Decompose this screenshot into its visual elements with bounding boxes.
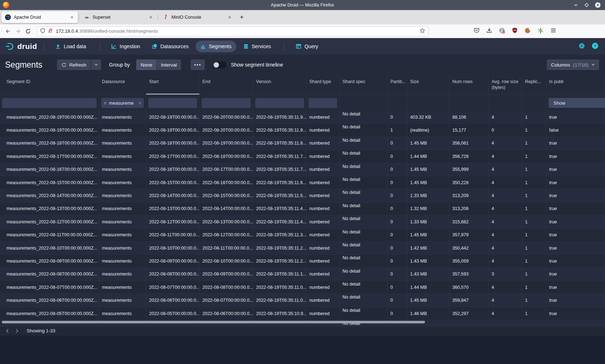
filter-input-end[interactable] [202,98,251,108]
cell-datasource[interactable]: measurements [99,294,146,306]
cell-size[interactable]: 1.45 MB [407,229,449,241]
cell-segment_id[interactable]: measurements_2022-08-13T00:00:00.000Z... [0,203,99,215]
cell-start[interactable]: 2022-08-10T00:00:00.0... [146,242,200,254]
cell-shard_type[interactable]: numbered [306,137,340,150]
cell-segment_id[interactable]: measurements_2022-08-15T00:00:00.000Z... [0,176,99,189]
cell-avg_row_size[interactable]: 4 [489,137,522,150]
column-header-version[interactable]: Version [253,75,306,95]
group-by-none-button[interactable]: None [136,59,156,70]
cell-size[interactable]: 1.45 MB [407,163,449,176]
cell-shard_type[interactable]: numbered [306,176,340,189]
cell-shard_type[interactable]: numbered [306,229,340,241]
cell-datasource[interactable]: measurements [99,255,146,267]
cell-is_published[interactable]: true [546,281,605,294]
cell-datasource[interactable]: measurements [99,137,146,150]
column-header-datasource[interactable]: Datasource [99,75,146,95]
filter-input-version[interactable] [255,98,304,108]
cell-shard_spec[interactable]: No detail [340,124,387,136]
cell-start[interactable]: 2022-08-05T00:00:00.0... [146,307,200,320]
filter-input-start[interactable] [148,98,197,108]
cell-start[interactable]: 2022-08-08T00:00:00.0... [146,268,200,281]
cell-partition[interactable]: 0 [387,242,407,254]
cell-shard_spec[interactable]: No detail [340,150,387,163]
cell-shard_spec[interactable]: No detail [340,215,387,228]
cell-end[interactable]: 2022-08-14T00:00:00.0... [200,203,253,215]
cell-version[interactable]: 2022-08-19T05:35:11.7... [253,163,306,176]
column-header-partition[interactable]: Partiti... [387,75,407,95]
cell-avg_row_size[interactable]: 4 [489,294,522,306]
forward-icon[interactable] [13,28,23,34]
cell-shard_type[interactable]: numbered [306,150,340,163]
column-header-replicas[interactable]: Replic... [522,75,546,95]
cell-start[interactable]: 2022-08-14T00:00:00.0... [146,189,200,202]
cell-is_published[interactable]: true [546,229,605,241]
cell-partition[interactable]: 1 [387,124,407,136]
refresh-button[interactable]: Refresh [57,59,91,70]
cell-replicas[interactable]: 1 [522,215,546,228]
previous-page-icon[interactable] [3,328,12,333]
cell-num_rows[interactable]: 315,682 [449,215,489,228]
colorful-asterisk-extension-icon[interactable] [537,27,544,35]
cell-shard_type[interactable]: numbered [306,268,340,281]
window-close-icon[interactable] [595,2,601,8]
cell-size[interactable]: 1.43 MB [407,255,449,267]
menu-hamburger-icon[interactable] [550,27,556,35]
show-filter-button[interactable]: Show [548,98,605,108]
cell-replicas[interactable]: 1 [522,111,546,123]
cell-shard_type[interactable]: numbered [306,215,340,228]
cell-avg_row_size[interactable]: 4 [489,242,522,254]
cell-shard_spec[interactable]: No detail [340,281,387,294]
back-icon[interactable] [3,28,13,34]
cell-shard_type[interactable]: numbered [306,124,340,136]
ublock-origin-icon[interactable]: UO [512,27,518,35]
cell-version[interactable]: 2022-08-19T05:35:11.8... [253,137,306,150]
reload-icon[interactable] [23,28,33,34]
cell-version[interactable]: 2022-08-19T05:35:11.4... [253,203,306,215]
tab-close-icon[interactable]: × [70,14,74,20]
cell-avg_row_size[interactable]: 4 [489,203,522,215]
cell-version[interactable]: 2022-08-19T05:35:11.2... [253,242,306,254]
cell-version[interactable]: 2022-08-19T05:35:11.0... [253,294,306,306]
cell-avg_row_size[interactable]: 4 [489,281,522,294]
cell-num_rows[interactable]: 15,177 [449,124,489,136]
cell-size[interactable]: 1.45 MB [407,137,449,150]
cell-end[interactable]: 2022-08-15T00:00:00.0... [200,189,253,202]
nav-item-ingestion[interactable]: Ingestion [106,41,145,52]
cell-avg_row_size[interactable]: 4 [489,176,522,189]
cell-datasource[interactable]: measurements [99,150,146,163]
cell-avg_row_size[interactable]: 4 [489,150,522,163]
nav-item-query[interactable]: Query [291,41,323,52]
cell-size[interactable]: 1.45 MB [407,176,449,189]
bookmark-star-icon[interactable] [420,28,425,35]
cell-size[interactable]: 1.33 MB [407,215,449,228]
extension-disabled-icon[interactable] [499,27,505,35]
cell-start[interactable]: 2022-08-11T00:00:00.0... [146,229,200,241]
tab-apache-druid[interactable]: Apache Druid × [1,12,78,23]
cell-end[interactable]: 2022-08-10T00:00:00.0... [200,255,253,267]
cell-avg_row_size[interactable]: 4 [489,255,522,267]
cell-segment_id[interactable]: measurements_2022-08-12T00:00:00.000Z... [0,215,99,228]
cell-end[interactable]: 2022-08-19T00:00:00.0... [200,137,253,150]
cell-shard_spec[interactable]: No detail [340,176,387,189]
cell-is_published[interactable]: true [546,111,605,123]
cell-start[interactable]: 2022-08-06T00:00:00.0... [146,294,200,306]
cell-segment_id[interactable]: measurements_2022-08-08T00:00:00.000Z... [0,268,99,281]
cell-version[interactable]: 2022-08-19T05:35:11.0... [253,281,306,294]
cell-shard_spec[interactable]: No detail [340,163,387,176]
cell-shard_spec[interactable]: No detail [340,307,387,320]
cell-num_rows[interactable]: 356,061 [449,137,489,150]
cell-is_published[interactable]: true [546,215,605,228]
cell-end[interactable]: 2022-08-12T00:00:00.0... [200,229,253,241]
cell-is_published[interactable]: true [546,255,605,267]
cell-end[interactable]: 2022-08-08T00:00:00.0... [200,281,253,294]
cell-num_rows[interactable]: 357,593 [449,268,489,281]
url-bar[interactable]: 172.18.0.4:30899/unified-console.html#se… [37,26,429,36]
cell-datasource[interactable]: measurements [99,215,146,228]
cell-shard_type[interactable]: numbered [306,294,340,306]
cell-version[interactable]: 2022-08-19T05:35:11.1... [253,268,306,281]
cell-replicas[interactable]: 1 [522,203,546,215]
cell-num_rows[interactable]: 356,728 [449,150,489,163]
filter-input-datasource[interactable]: =measureme× [101,98,144,108]
cell-end[interactable]: 2022-08-16T00:00:00.0... [200,176,253,189]
cell-version[interactable]: 2022-08-19T05:35:11.2... [253,255,306,267]
